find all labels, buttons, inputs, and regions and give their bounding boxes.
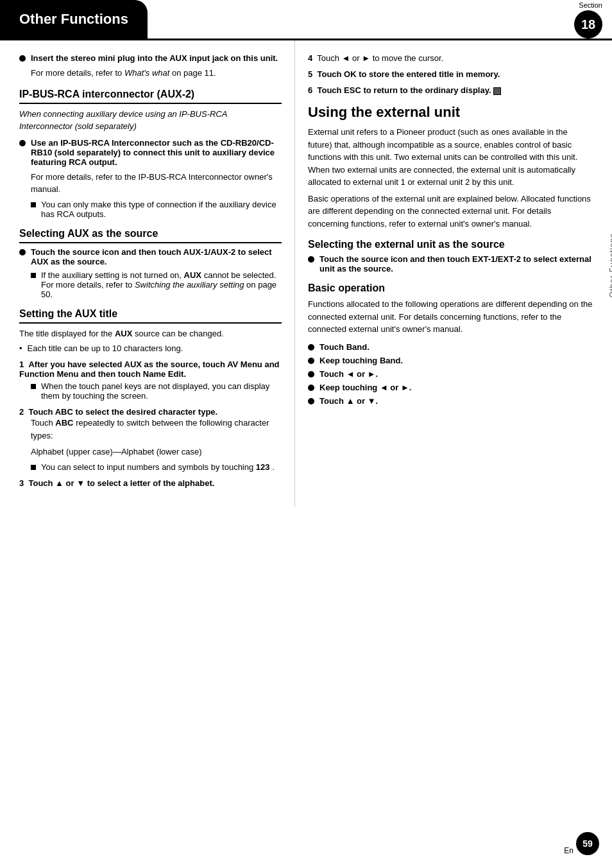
external-unit-para2: Basic operations of the external unit ar… (308, 193, 593, 230)
basic-op-text-2: Touch ◄ or ►. (319, 369, 378, 379)
step-1: 1 After you have selected AUX as the sou… (19, 360, 282, 401)
ip-bus-bullet: Use an IP-BUS-RCA Interconnector such as… (19, 138, 282, 167)
ip-bus-bullet-text: Use an IP-BUS-RCA Interconnector such as… (31, 138, 282, 167)
ip-bus-bold: Use an IP-BUS-RCA Interconnector such as… (31, 138, 275, 167)
bullet-circle-icon (308, 385, 314, 391)
bullet-circle-icon (19, 55, 26, 62)
basic-operation-heading: Basic operation (308, 282, 593, 294)
selecting-external-bold: Touch the source icon and then touch EXT… (319, 254, 593, 273)
basic-op-bullet-3: Keep touching ◄ or ►. (308, 383, 593, 392)
step-4-text: 4 Touch ◄ or ► to move the cursor. (308, 53, 593, 63)
ip-bus-section-heading: IP-BUS-RCA interconnector (AUX-2) (19, 89, 282, 104)
footer-lang: En (564, 846, 574, 855)
header-right: Section 18 (574, 0, 612, 39)
setting-aux-dot-text: Each title can be up to 10 characters lo… (28, 343, 183, 353)
step-3-title: 3 Touch ▲ or ▼ to select a letter of the… (19, 478, 282, 488)
step-6-text: 6 Touch ESC to return to the ordinary di… (308, 85, 593, 95)
setting-aux-heading: Setting the AUX title (19, 308, 282, 324)
intro-note: For more details, refer to What's what o… (19, 67, 282, 80)
step-2-note-text: You can select to input numbers and symb… (41, 462, 275, 472)
left-column: Insert the stereo mini plug into the AUX… (0, 40, 295, 507)
bullet-circle-icon (19, 249, 26, 256)
top-bar: Other Functions Section 18 (0, 0, 612, 40)
intro-bold: Insert the stereo mini plug into the AUX… (31, 53, 278, 63)
setting-aux-bullet-dot: • Each title can be up to 10 characters … (19, 343, 282, 353)
page-container: Other Functions Section 18 Insert the st… (0, 0, 612, 868)
basic-op-bullet-1: Keep touching Band. (308, 356, 593, 365)
selecting-aux-bullet: Touch the source icon and then touch AUX… (19, 247, 282, 266)
basic-op-bullet-2: Touch ◄ or ►. (308, 369, 593, 379)
bullet-circle-icon (308, 358, 314, 364)
header-title-bar: Other Functions (0, 0, 148, 39)
selecting-external-bullet: Touch the source icon and then touch EXT… (308, 254, 593, 273)
ip-bus-normal: For more details, refer to the IP-BUS-RC… (19, 171, 282, 196)
basic-op-bullet-0: Touch Band. (308, 342, 593, 352)
footer-page: 59 (576, 832, 599, 855)
setting-aux-intro: The title displayed for the AUX source c… (19, 327, 282, 340)
bullet-circle-icon (308, 371, 314, 378)
intro-bullet: Insert the stereo mini plug into the AUX… (19, 53, 282, 63)
selecting-aux-note-text: If the auxiliary setting is not turned o… (41, 270, 282, 299)
main-content: Insert the stereo mini plug into the AUX… (0, 40, 612, 507)
page-title: Other Functions (19, 11, 128, 28)
basic-op-text-3: Keep touching ◄ or ►. (319, 383, 411, 392)
step-2-text1: Touch ABC repeatedly to switch between t… (19, 417, 282, 442)
basic-op-text-0: Touch Band. (319, 342, 370, 352)
step-2-text3: Alphabet (upper case)—Alphabet (lower ca… (19, 446, 282, 458)
bullet-square-icon (31, 384, 36, 389)
selecting-aux-bold: Touch the source icon and then touch AUX… (31, 247, 282, 266)
bullet-circle-icon (308, 398, 314, 404)
step-1-title: 1 After you have selected AUX as the sou… (19, 360, 282, 379)
ip-bus-square-note: You can only make this type of connectio… (19, 200, 282, 219)
section-label: Section (579, 1, 602, 9)
ip-bus-subtitle: When connecting auxiliary device using a… (19, 108, 282, 133)
step-4: 4 Touch ◄ or ► to move the cursor. (308, 53, 593, 63)
selecting-aux-note: If the auxiliary setting is not turned o… (19, 270, 282, 299)
basic-op-text-1: Keep touching Band. (319, 356, 403, 365)
step-5-text: 5 Touch OK to store the entered title in… (308, 69, 593, 79)
basic-op-text-4: Touch ▲ or ▼. (319, 396, 378, 406)
step-2-note: You can select to input numbers and symb… (19, 462, 282, 472)
selecting-aux-heading: Selecting AUX as the source (19, 228, 282, 243)
external-unit-intro: External unit refers to a Pioneer produc… (308, 126, 593, 189)
sidebar-rotated-label: Other Functions (608, 233, 612, 297)
step-5: 5 Touch OK to store the entered title in… (308, 69, 593, 79)
step-6: 6 Touch ESC to return to the ordinary di… (308, 85, 593, 95)
bullet-square-icon (31, 202, 36, 207)
step-1-note: When the touch panel keys are not displa… (19, 381, 282, 401)
ip-bus-square-text: You can only make this type of connectio… (41, 200, 282, 219)
bullet-circle-icon (308, 256, 314, 263)
bullet-square-icon (31, 273, 36, 278)
bullet-square-icon (31, 465, 36, 470)
bullet-circle-icon (308, 344, 314, 351)
basic-operation-intro: Functions allocated to the following ope… (308, 298, 593, 336)
step-3: 3 Touch ▲ or ▼ to select a letter of the… (19, 478, 282, 488)
selecting-external-heading: Selecting the external unit as the sourc… (308, 239, 593, 250)
basic-operation-bullets: Touch Band. Keep touching Band. Touch ◄ … (308, 342, 593, 406)
intro-bullet-text: Insert the stereo mini plug into the AUX… (31, 53, 278, 63)
step-2-title: 2 Touch ABC to select the desired charac… (19, 407, 282, 417)
basic-op-bullet-4: Touch ▲ or ▼. (308, 396, 593, 406)
bullet-circle-icon (19, 140, 26, 146)
step-2: 2 Touch ABC to select the desired charac… (19, 407, 282, 472)
external-unit-heading: Using the external unit (308, 104, 593, 121)
section-number-badge: 18 (574, 10, 602, 39)
right-column: Other Functions 4 Touch ◄ or ► to move t… (295, 40, 612, 507)
